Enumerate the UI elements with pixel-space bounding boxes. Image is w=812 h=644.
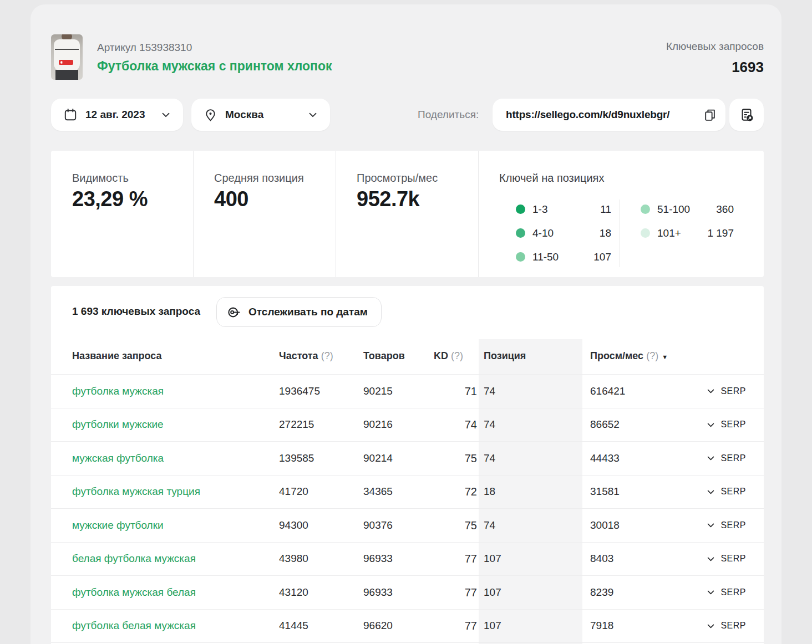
column-header-kd[interactable]: KD (?): [434, 350, 463, 362]
position-value: 74: [484, 452, 495, 464]
position-range-count: 18: [600, 227, 611, 239]
sort-desc-icon[interactable]: ▼: [662, 354, 668, 360]
position-range-dot-icon: [641, 205, 650, 214]
column-header-products: Товаров: [363, 350, 405, 362]
serp-expand-button[interactable]: SERP: [706, 386, 746, 396]
keyword-link[interactable]: футболка мужская: [72, 385, 164, 397]
keyword-link[interactable]: белая футболка мужская: [72, 553, 196, 565]
serp-label: SERP: [720, 554, 746, 564]
serp-expand-button[interactable]: SERP: [706, 520, 746, 530]
city-value: Москва: [225, 109, 263, 121]
column-header-position: Позиция: [484, 350, 526, 362]
position-range-label: 11-50: [532, 251, 559, 263]
keyword-tracking-icon: [227, 305, 242, 320]
track-by-dates-button[interactable]: Отслеживать по датам: [216, 297, 382, 327]
keyword-link[interactable]: мужские футболки: [72, 519, 164, 531]
keywords-count-summary: 1 693 ключевых запроса: [72, 305, 200, 318]
city-selector[interactable]: Москва: [191, 99, 330, 131]
copy-url-button[interactable]: [703, 108, 717, 122]
positions-legend-col1: 1-3114-101811-50107: [516, 197, 611, 269]
serp-expand-button[interactable]: SERP: [706, 487, 746, 497]
kd-value: 77: [434, 586, 477, 599]
positions-title: Ключей на позициях: [499, 172, 604, 185]
column-header-frequency[interactable]: Частота (?): [279, 350, 333, 362]
products-value: 90214: [363, 452, 393, 464]
views-value: 7918: [590, 620, 613, 632]
help-icon[interactable]: (?): [321, 350, 333, 361]
products-value: 90376: [363, 519, 393, 531]
export-report-button[interactable]: [729, 99, 764, 131]
positions-legend-item: 1-311: [516, 197, 611, 221]
kd-value: 75: [434, 519, 477, 531]
position-range-count: 360: [716, 203, 734, 216]
product-thumbnail[interactable]: [51, 34, 83, 80]
keyword-link[interactable]: футболка мужская белая: [72, 586, 196, 599]
serp-expand-button[interactable]: SERP: [706, 420, 746, 430]
keyword-link[interactable]: футболка мужская турция: [72, 485, 200, 498]
positions-legend-col2: 51-100360101+1 197: [641, 197, 734, 245]
divider: [620, 200, 620, 267]
position-value: 107: [484, 620, 501, 632]
location-pin-icon: [204, 108, 217, 122]
position-range-count: 107: [593, 251, 611, 263]
kd-value: 72: [434, 485, 477, 498]
keyword-link[interactable]: футболки мужские: [72, 418, 164, 431]
serp-expand-button[interactable]: SERP: [706, 554, 746, 564]
serp-label: SERP: [720, 386, 746, 396]
chevron-down-icon: [706, 420, 715, 430]
product-title-link[interactable]: Футболка мужская с принтом хлопок: [97, 59, 332, 74]
position-value: 74: [484, 418, 495, 431]
date-value: 12 авг. 2023: [85, 109, 145, 121]
visibility-value: 23,29 %: [72, 187, 148, 211]
products-value: 90215: [363, 385, 393, 397]
divider: [478, 151, 479, 277]
help-icon[interactable]: (?): [451, 350, 463, 361]
chevron-down-icon: [706, 520, 715, 530]
keyword-link[interactable]: мужская футболка: [72, 452, 164, 464]
positions-legend-item: 11-50107: [516, 245, 611, 269]
kd-value: 75: [434, 452, 477, 464]
table-row: белая футболка мужская 43980 96933 77 10…: [51, 543, 764, 576]
product-photo-stripe: [55, 49, 79, 50]
date-picker[interactable]: 12 авг. 2023: [51, 99, 183, 131]
serp-expand-button[interactable]: SERP: [706, 587, 746, 597]
help-icon[interactable]: (?): [646, 350, 658, 361]
share-url-value: https://sellego.com/k/d9nuxlebgr/: [506, 109, 669, 121]
position-range-dot-icon: [516, 252, 525, 262]
divider: [336, 151, 336, 277]
serp-label: SERP: [720, 621, 746, 631]
kd-value: 71: [434, 385, 477, 397]
views-value: 31581: [590, 485, 620, 498]
track-by-dates-label: Отслеживать по датам: [248, 306, 368, 318]
products-value: 96933: [363, 586, 393, 599]
views-value: 8403: [590, 553, 613, 565]
visibility-label: Видимость: [72, 172, 129, 185]
column-header-views[interactable]: Просм/мес (?)▼: [590, 350, 668, 362]
divider: [193, 151, 194, 277]
keywords-total-label: Ключевых запросов: [666, 40, 764, 53]
stats-panel: Видимость 23,29 % Средняя позиция 400 Пр…: [51, 151, 764, 277]
serp-label: SERP: [720, 587, 746, 597]
serp-expand-button[interactable]: SERP: [706, 453, 746, 463]
position-range-label: 51-100: [657, 203, 690, 216]
frequency-value: 41720: [279, 485, 308, 498]
chevron-down-icon: [160, 109, 172, 121]
position-range-count: 11: [600, 203, 611, 216]
views-value: 44433: [590, 452, 620, 464]
keyword-link[interactable]: футболка белая мужская: [72, 620, 196, 632]
chevron-down-icon: [706, 621, 715, 631]
table-row: футболка мужская белая 43120 96933 77 10…: [51, 576, 764, 610]
table-row: футболка белая мужская 41445 96620 77 10…: [51, 610, 764, 643]
views-value: 86652: [590, 418, 620, 431]
position-value: 107: [484, 586, 501, 599]
chevron-down-icon: [706, 587, 715, 597]
share-url-field[interactable]: https://sellego.com/k/d9nuxlebgr/: [493, 99, 725, 131]
frequency-value: 43120: [279, 586, 308, 599]
views-month-value: 952.7k: [357, 187, 419, 211]
views-value: 30018: [590, 519, 620, 531]
products-value: 34365: [363, 485, 393, 498]
table-row: футболка мужская 1936475 90215 71 74 616…: [51, 375, 764, 408]
kd-value: 77: [434, 553, 477, 565]
serp-expand-button[interactable]: SERP: [706, 621, 746, 631]
chevron-down-icon: [706, 554, 715, 564]
